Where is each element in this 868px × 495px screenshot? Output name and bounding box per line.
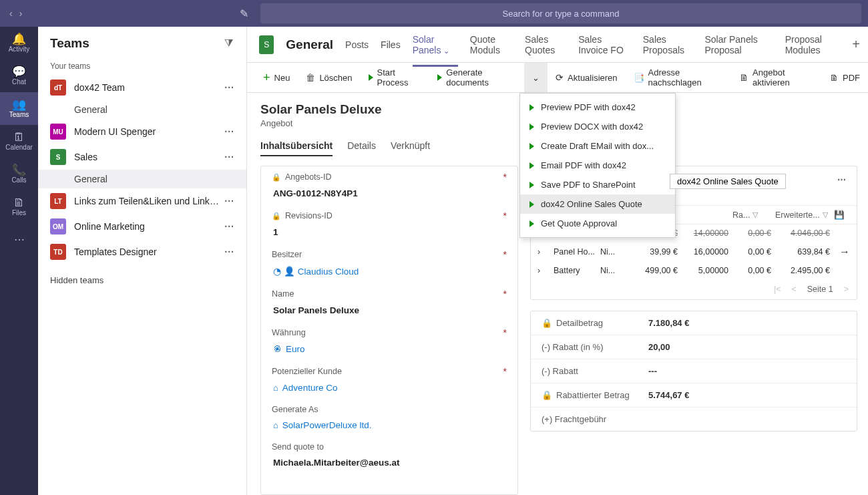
cmd-refresh[interactable]: ⟳Aktualisieren	[548, 63, 625, 92]
play-icon	[529, 143, 534, 150]
cmd-pdf[interactable]: 🗎PDF	[822, 63, 868, 92]
split-item[interactable]: Preview DOCX with dox42	[520, 117, 675, 136]
tab-sales-quotes[interactable]: Sales Quotes	[525, 23, 566, 67]
building-icon: ⌂	[273, 420, 278, 430]
revisions-id-value[interactable]: 1	[272, 221, 507, 244]
tab-proposal-modules[interactable]: Proposal Modules	[785, 23, 841, 67]
filter-icon[interactable]: ▽	[752, 210, 758, 219]
cmd-split-chevron[interactable]: ⌄	[524, 63, 548, 92]
team-row[interactable]: OMOnline Marketing···	[38, 214, 246, 239]
save-col-icon[interactable]: 💾	[834, 210, 850, 220]
currency-icon: ֎	[273, 344, 282, 354]
pager: |< < Seite 1 >	[531, 279, 857, 299]
team-more-icon[interactable]: ···	[222, 196, 237, 206]
tooltip: dox42 Online Sales Quote	[670, 174, 786, 189]
team-row[interactable]: SSales···	[38, 144, 246, 170]
tab-sales-proposals[interactable]: Sales Proposals	[643, 23, 693, 67]
team-name: Modern UI Spenger	[74, 126, 222, 137]
team-badge: TD	[50, 244, 66, 260]
tab-sales-invoice-fo[interactable]: Sales Invoice FO	[578, 23, 631, 67]
split-item[interactable]: Save PDF to SharePoint	[520, 175, 675, 194]
play-icon	[529, 201, 534, 208]
grid-row[interactable]: ›Panel Ho...Ni...39,99 €16,000000,00 €63…	[531, 242, 857, 262]
name-value[interactable]: Solar Panels Deluxe	[272, 299, 507, 322]
rail-calls[interactable]: 📞Calls	[0, 158, 38, 190]
split-item[interactable]: Preview PDF with dox42	[520, 98, 675, 117]
plus-icon: +	[263, 71, 270, 85]
team-more-icon[interactable]: ···	[222, 221, 237, 232]
details-card: 🔒Angebots-ID*ANG-01012-N8Y4P1 🔒Revisions…	[260, 166, 518, 495]
tab-files[interactable]: Files	[381, 28, 401, 61]
team-row[interactable]: dTdox42 Team···	[38, 75, 246, 100]
refresh-icon: ⟳	[556, 72, 564, 83]
filter-icon[interactable]: ⧩	[224, 37, 233, 49]
cmd-start-process[interactable]: Start Process	[361, 63, 430, 92]
channel-row[interactable]: General	[38, 100, 246, 119]
currency-link[interactable]: ֎Euro	[272, 338, 507, 361]
tab-solar-panels-proposal[interactable]: Solar Panels Proposal	[704, 23, 773, 67]
team-more-icon[interactable]: ···	[222, 152, 237, 162]
expand-icon[interactable]: ›	[537, 247, 554, 257]
team-more-icon[interactable]: ···	[222, 126, 237, 137]
lock-icon: 🔒	[272, 212, 281, 220]
split-item[interactable]: Get Quote Approval	[520, 214, 675, 233]
pager-first-icon[interactable]: |<	[774, 285, 781, 294]
forward-icon[interactable]: ›	[19, 8, 23, 19]
calls-icon: 📞	[12, 164, 26, 176]
cmd-activate[interactable]: 🗎Angebot aktivieren	[731, 63, 822, 92]
main-pane: S General PostsFilesSolar Panels⌄Quote M…	[247, 27, 868, 495]
team-row[interactable]: LTLinks zum Teilen&Liken und Links zu i.…	[38, 188, 246, 214]
grid-row[interactable]: ›BatteryNi...499,00 €5,000000,00 €2.495,…	[531, 262, 857, 279]
play-icon	[529, 104, 534, 111]
search-input[interactable]: Search for or type a command	[260, 3, 861, 23]
rail-teams[interactable]: 👥Teams	[0, 92, 38, 125]
cmd-new[interactable]: +Neu	[255, 63, 298, 92]
split-item[interactable]: dox42 Online Sales Quote	[520, 194, 675, 214]
team-name: Online Marketing	[74, 221, 222, 232]
add-tab-button[interactable]: +	[852, 37, 860, 52]
cmd-generate[interactable]: Generate documents	[429, 63, 524, 92]
rabatt-pct[interactable]: 20,00	[648, 342, 670, 352]
rail-calendar[interactable]: 🗓Calendar	[0, 125, 38, 158]
owner-link[interactable]: ◔👤 Claudius Cloud	[272, 260, 507, 283]
pager-next-icon[interactable]: >	[844, 285, 849, 294]
clock-icon: ◔	[273, 267, 281, 277]
tab-posts[interactable]: Posts	[345, 28, 369, 61]
tab-quote-moduls[interactable]: Quote Moduls	[470, 23, 513, 67]
sendto-value[interactable]: Michaela.Mitarbeiter@aeus.at	[272, 452, 507, 474]
expand-icon[interactable]: ›	[537, 266, 554, 275]
rabattiert-amt: 5.744,67 €	[648, 390, 689, 400]
chevron-down-icon: ⌄	[443, 47, 449, 55]
channel-row[interactable]: General	[38, 170, 246, 188]
inner-tab[interactable]: Details	[347, 140, 376, 156]
team-row[interactable]: TDTemplates Designer···	[38, 239, 246, 265]
team-name: dox42 Team	[74, 82, 222, 93]
team-badge: MU	[50, 124, 66, 140]
team-more-icon[interactable]: ···	[222, 82, 237, 93]
angebots-id-value[interactable]: ANG-01012-N8Y4P1	[272, 182, 507, 205]
compose-icon[interactable]: ✎	[240, 7, 248, 20]
generate-as-link[interactable]: ⌂SolarPowerDeluxe ltd.	[272, 414, 507, 437]
more-icon[interactable]: ⋯	[837, 174, 847, 184]
pager-prev-icon[interactable]: <	[791, 285, 796, 294]
rabatt-amt[interactable]: ---	[648, 366, 657, 376]
play-icon	[529, 182, 534, 188]
inner-tab[interactable]: Verknüpft	[391, 140, 430, 156]
rail-files[interactable]: 🗎Files	[0, 190, 38, 223]
row-arrow-icon[interactable]: →	[834, 246, 850, 258]
inner-tab[interactable]: Inhaltsübersicht	[260, 140, 333, 156]
split-item[interactable]: Create Draft EMail with dox...	[520, 136, 675, 156]
cmd-address[interactable]: 📑Adresse nachschlagen	[626, 63, 732, 92]
team-row[interactable]: MUModern UI Spenger···	[38, 119, 246, 144]
rail-chat[interactable]: 💬Chat	[0, 59, 38, 92]
back-icon[interactable]: ‹	[9, 8, 13, 19]
tab-solar-panels[interactable]: Solar Panels⌄	[413, 23, 458, 67]
hidden-teams-label[interactable]: Hidden teams	[38, 265, 246, 296]
split-item[interactable]: Email PDF with dox42	[520, 156, 675, 175]
rail-more[interactable]: ⋯	[0, 223, 38, 256]
customer-link[interactable]: ⌂Adventure Co	[272, 377, 507, 399]
team-more-icon[interactable]: ···	[222, 246, 237, 257]
rail-activity[interactable]: 🔔Activity	[0, 27, 38, 59]
cmd-delete[interactable]: 🗑Löschen	[298, 63, 360, 92]
filter-icon[interactable]: ▽	[823, 210, 828, 219]
